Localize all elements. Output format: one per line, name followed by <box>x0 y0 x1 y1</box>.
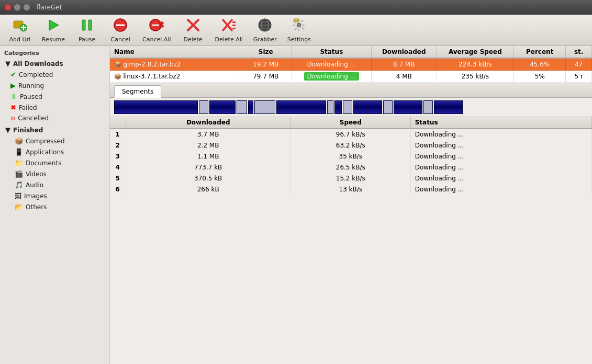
segment-row-1[interactable]: 22.2 MB63.2 kB/sDownloading ... <box>110 140 592 151</box>
content-area: Name Size Status Downloaded Average Spee… <box>110 46 592 364</box>
completed-label: Completed <box>19 71 53 78</box>
completed-icon: ✔ <box>10 71 16 78</box>
sidebar-item-documents[interactable]: 📁 Documents <box>0 157 109 168</box>
grabber-button[interactable]: Grabber <box>249 16 281 45</box>
seg-status-3: Downloading ... <box>410 162 591 173</box>
download-name-0: 📦 gimp-2.8.2.tar.bz2 <box>110 58 240 71</box>
sidebar-item-completed[interactable]: ✔ Completed <box>0 69 109 80</box>
col-header-name[interactable]: Name <box>110 46 240 58</box>
svg-rect-12 <box>160 25 163 27</box>
seg-num-0: 1 <box>110 129 126 140</box>
settings-button[interactable]: Settings <box>283 16 315 45</box>
col-header-size[interactable]: Size <box>240 46 292 58</box>
segment-row-2[interactable]: 31.1 MB35 kB/sDownloading ... <box>110 151 592 162</box>
sidebar-item-finished[interactable]: ▼ Finished <box>0 124 109 135</box>
sidebar-item-compressed[interactable]: 📦 Compressed <box>0 135 109 146</box>
sidebar-item-applications[interactable]: 📱 Applications <box>0 146 109 157</box>
toolbar: Add Url Resume Pause Cancel <box>0 15 592 46</box>
segments-tab[interactable]: Segments <box>114 85 161 98</box>
failed-icon: ✖ <box>10 104 16 111</box>
seg-col-status: Status <box>410 117 591 129</box>
categories-label: Categories <box>4 50 39 56</box>
sidebar-item-cancelled[interactable]: ⊘ Cancelled <box>0 113 109 123</box>
settings-label: Settings <box>287 36 311 43</box>
videos-label: Videos <box>26 170 47 178</box>
segment-row-0[interactable]: 13.7 MB96.7 kB/sDownloading ... <box>110 129 592 140</box>
applications-icon: 📱 <box>15 148 23 156</box>
grabber-label: Grabber <box>253 36 277 43</box>
delete-all-icon <box>221 18 236 35</box>
svg-rect-17 <box>232 21 236 23</box>
download-row-0[interactable]: 📦 gimp-2.8.2.tar.bz219.2 MBDownloading .… <box>110 58 592 71</box>
seg-speed-1: 63.2 kB/s <box>291 140 410 151</box>
download-st-0: 47 <box>566 58 592 71</box>
download-row-1[interactable]: 📦 linux-3.7.1.tar.bz279.7 MBDownloading … <box>110 71 592 83</box>
svg-point-25 <box>297 23 301 27</box>
segment-row-3[interactable]: 4773.7 kB26.5 kB/sDownloading ... <box>110 162 592 173</box>
audio-icon: 🎵 <box>15 181 23 189</box>
seg-block-5 <box>334 100 342 114</box>
sidebar-item-running[interactable]: ▶ Running <box>0 80 109 91</box>
seg-gap-4 <box>327 100 333 114</box>
col-header-status[interactable]: Status <box>292 46 371 58</box>
add-url-label: Add Url <box>9 36 30 43</box>
applications-label: Applications <box>26 149 64 156</box>
seg-downloaded-4: 370.5 kB <box>126 173 291 184</box>
pause-button[interactable]: Pause <box>71 16 103 45</box>
segment-row-5[interactable]: 6266 kB13 kB/sDownloading ... <box>110 184 592 195</box>
add-url-button[interactable]: Add Url <box>4 16 36 45</box>
sidebar-item-others[interactable]: 📂 Others <box>0 201 109 212</box>
minimize-button[interactable] <box>14 4 21 11</box>
delete-all-button[interactable]: Delete All <box>211 16 247 45</box>
segments-table-container: Downloaded Speed Status 13.7 MB96.7 kB/s… <box>110 117 592 364</box>
svg-marker-4 <box>49 20 59 30</box>
col-header-downloaded[interactable]: Downloaded <box>371 46 437 58</box>
cancel-icon <box>113 18 128 35</box>
col-header-avg-speed[interactable]: Average Speed <box>437 46 513 58</box>
seg-gap-3 <box>254 100 275 114</box>
audio-label: Audio <box>26 181 43 189</box>
window-controls[interactable] <box>4 4 30 11</box>
seg-downloaded-1: 2.2 MB <box>126 140 291 151</box>
delete-icon <box>186 18 200 35</box>
svg-rect-6 <box>88 20 92 30</box>
seg-num-3: 4 <box>110 162 126 173</box>
finished-label: Finished <box>13 127 43 134</box>
download-name-1: 📦 linux-3.7.1.tar.bz2 <box>110 71 240 83</box>
segments-area: Segments <box>110 83 592 364</box>
compressed-label: Compressed <box>26 138 65 145</box>
sidebar-item-failed[interactable]: ✖ Failed <box>0 102 109 113</box>
segment-row-4[interactable]: 5370.5 kB15.2 kB/sDownloading ... <box>110 173 592 184</box>
others-icon: 📂 <box>15 203 23 211</box>
cancel-all-button[interactable]: Cancel All <box>138 16 175 45</box>
delete-label: Delete <box>183 36 202 43</box>
download-speed-0: 224.3 kB/s <box>437 58 513 71</box>
col-header-percent[interactable]: Percent <box>514 46 566 58</box>
delete-all-label: Delete All <box>215 36 243 43</box>
seg-status-4: Downloading ... <box>410 173 591 184</box>
seg-gap-2 <box>237 100 247 114</box>
seg-gap-7 <box>423 100 433 114</box>
resume-icon <box>46 18 61 35</box>
sidebar-item-paused[interactable]: ⏸ Paused <box>0 91 109 102</box>
seg-downloaded-0: 3.7 MB <box>126 129 291 140</box>
seg-block-1 <box>114 100 198 114</box>
categories-header[interactable]: Categories <box>0 48 109 58</box>
documents-icon: 📁 <box>15 159 23 167</box>
seg-speed-4: 15.2 kB/s <box>291 173 410 184</box>
sidebar-item-all-downloads[interactable]: ▼ All Downloads <box>0 58 109 69</box>
seg-col-downloaded: Downloaded <box>126 117 291 129</box>
seg-gap-1 <box>199 100 208 114</box>
sidebar-item-images[interactable]: 🖼 Images <box>0 190 109 201</box>
cancel-button[interactable]: Cancel <box>105 16 136 45</box>
sidebar-item-videos[interactable]: 🎬 Videos <box>0 168 109 179</box>
seg-speed-3: 26.5 kB/s <box>291 162 410 173</box>
seg-col-speed: Speed <box>291 117 410 129</box>
col-header-st[interactable]: st. <box>566 46 592 58</box>
delete-button[interactable]: Delete <box>177 16 209 45</box>
window-title: flareGet <box>37 4 62 11</box>
maximize-button[interactable] <box>23 4 30 11</box>
sidebar-item-audio[interactable]: 🎵 Audio <box>0 179 109 190</box>
close-button[interactable] <box>4 4 12 11</box>
resume-button[interactable]: Resume <box>38 16 69 45</box>
